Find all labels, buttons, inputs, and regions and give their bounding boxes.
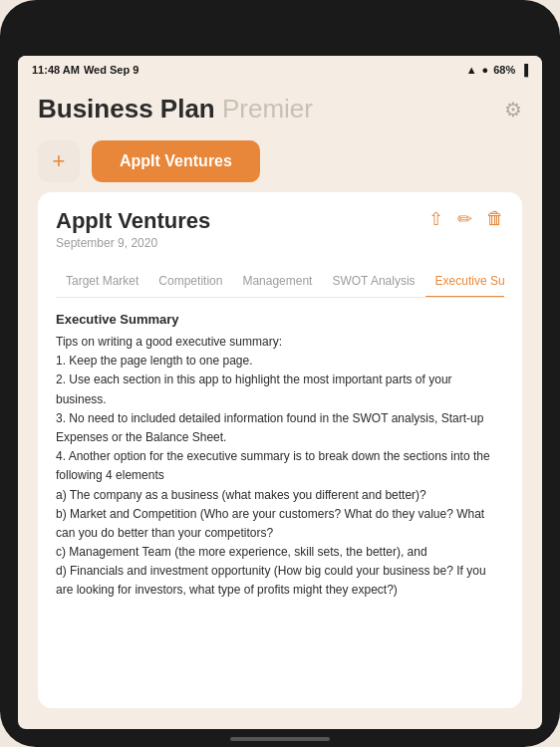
edit-button[interactable]: ✏ <box>457 208 472 230</box>
status-bar: 11:48 AM Wed Sep 9 ▲ ● 68% ▐ <box>18 56 542 84</box>
status-time: 11:48 AM <box>32 64 80 76</box>
tab-executive-summary[interactable]: Executive Summary <box>425 266 504 298</box>
plan-row: + AppIt Ventures <box>18 132 542 192</box>
section-title: Executive Summary <box>56 312 504 327</box>
tablet-screen: 11:48 AM Wed Sep 9 ▲ ● 68% ▐ Business Pl… <box>18 56 542 729</box>
add-plan-button[interactable]: + <box>38 140 80 182</box>
card-actions: ⇧ ✏ 🗑 <box>428 208 504 230</box>
delete-button[interactable]: 🗑 <box>486 208 504 230</box>
card-header: AppIt Ventures September 9, 2020 ⇧ ✏ 🗑 <box>56 208 504 262</box>
plus-icon: + <box>53 148 66 174</box>
tab-management[interactable]: Management <box>232 266 322 298</box>
appIt-ventures-button[interactable]: AppIt Ventures <box>92 140 260 182</box>
battery-level: 68% <box>493 64 515 76</box>
app-title-accent: Premier <box>215 94 313 124</box>
app-header: Business Plan Premier ⚙ <box>18 84 542 132</box>
share-button[interactable]: ⇧ <box>428 208 443 230</box>
tab-competition[interactable]: Competition <box>148 266 232 298</box>
card-title: AppIt Ventures <box>56 208 210 234</box>
tablet-frame: 11:48 AM Wed Sep 9 ▲ ● 68% ▐ Business Pl… <box>0 0 560 747</box>
tabs-row: Target Market Competition Management SWO… <box>56 266 504 298</box>
home-bar <box>230 737 330 741</box>
main-area: AppIt Ventures September 9, 2020 ⇧ ✏ 🗑 T… <box>18 192 542 718</box>
card-date: September 9, 2020 <box>56 236 210 250</box>
status-date: Wed Sep 9 <box>84 64 139 76</box>
content-card: AppIt Ventures September 9, 2020 ⇧ ✏ 🗑 T… <box>38 192 522 708</box>
battery-icon: ▐ <box>520 64 528 76</box>
signal-icon: ● <box>482 64 489 76</box>
plan-name-label: AppIt Ventures <box>120 152 232 169</box>
tab-swot-analysis[interactable]: SWOT Analysis <box>322 266 424 298</box>
app-title-main: Business Plan <box>38 94 215 124</box>
gear-icon[interactable]: ⚙ <box>504 98 522 122</box>
section-body: Tips on writing a good executive summary… <box>56 333 504 601</box>
wifi-icon: ▲ <box>466 64 477 76</box>
tab-target-market[interactable]: Target Market <box>56 266 148 298</box>
